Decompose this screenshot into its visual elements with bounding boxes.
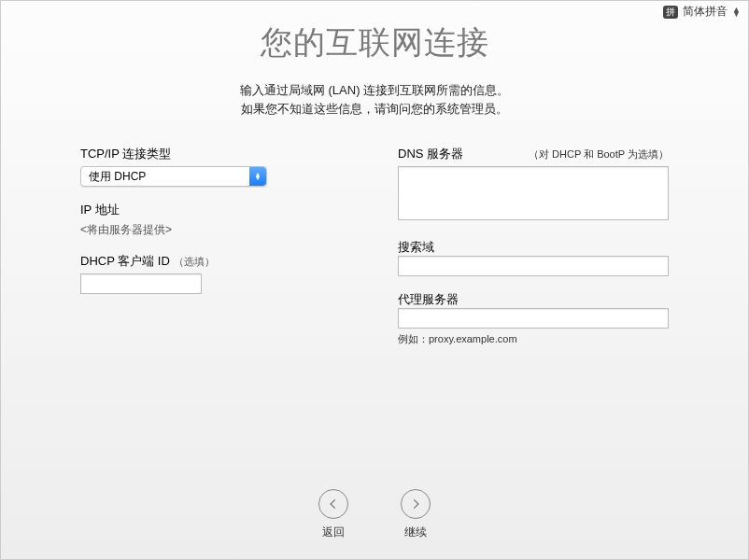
menu-updown-icon: ▲▼	[732, 7, 741, 17]
ime-badge-icon: 拼	[663, 6, 678, 19]
subtitle-line-1: 输入通过局域网 (LAN) 连接到互联网所需的信息。	[1, 81, 748, 100]
arrow-right-icon	[401, 489, 431, 519]
tcpip-selected-value: 使用 DHCP	[89, 169, 146, 185]
tcpip-type-select[interactable]: 使用 DHCP ▲▼	[80, 166, 267, 187]
search-domains-label: 搜索域	[398, 239, 669, 256]
ip-address-label: IP 地址	[80, 202, 351, 218]
ime-label: 简体拼音	[683, 4, 728, 20]
continue-button[interactable]: 继续	[401, 489, 431, 540]
dns-servers-label: DNS 服务器	[398, 146, 463, 162]
proxy-server-input[interactable]	[398, 308, 669, 329]
page-subtitle: 输入通过局域网 (LAN) 连接到互联网所需的信息。 如果您不知道这些信息，请询…	[1, 81, 748, 118]
tcpip-type-label: TCP/IP 连接类型	[80, 146, 171, 162]
ip-address-value: <将由服务器提供>	[80, 222, 351, 238]
proxy-server-label: 代理服务器	[398, 291, 669, 308]
arrow-left-icon	[318, 489, 348, 519]
dhcp-client-id-input[interactable]	[80, 273, 202, 294]
dns-servers-input[interactable]	[398, 166, 669, 220]
page-title: 您的互联网连接	[1, 21, 748, 64]
proxy-example-hint: 例如：proxy.example.com	[398, 332, 669, 346]
dhcp-client-id-label: DHCP 客户端 ID	[80, 253, 170, 270]
back-label: 返回	[322, 525, 345, 540]
back-button[interactable]: 返回	[318, 489, 348, 540]
search-domains-input[interactable]	[398, 256, 669, 276]
dns-servers-hint: （对 DHCP 和 BootP 为选填）	[529, 147, 669, 161]
input-method-menu[interactable]: 拼 简体拼音 ▲▼	[663, 4, 741, 20]
dhcp-client-id-hint: （选填）	[174, 255, 215, 269]
continue-label: 继续	[404, 525, 427, 540]
select-stepper-icon: ▲▼	[249, 167, 266, 186]
subtitle-line-2: 如果您不知道这些信息，请询问您的系统管理员。	[1, 100, 748, 119]
